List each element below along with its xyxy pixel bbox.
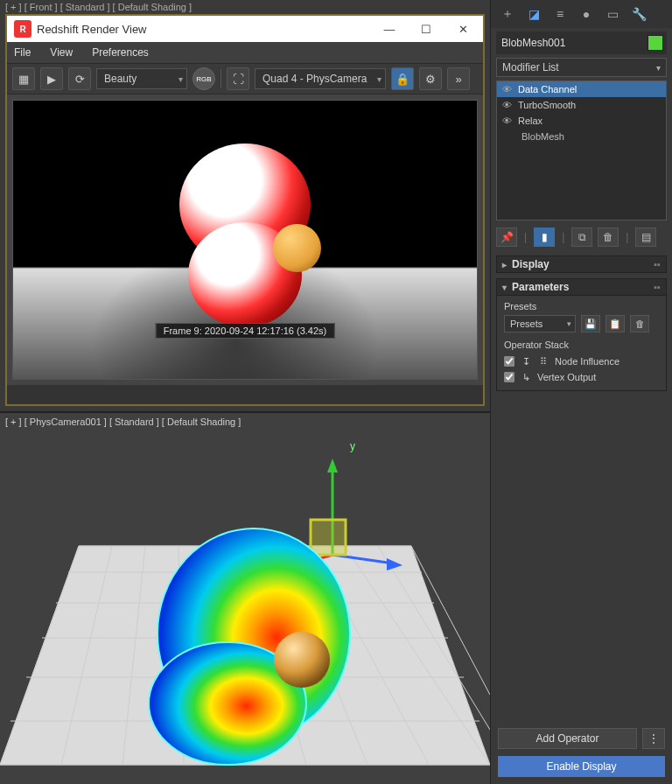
- operator-item-vertex-output[interactable]: ↳ Vertex Output: [504, 369, 659, 385]
- operator-options-button[interactable]: ⋮: [642, 728, 665, 749]
- operator-node-icon: ⠿: [537, 356, 550, 368]
- modifier-label: TurboSmooth: [518, 100, 576, 110]
- object-name-row: BlobMesh001: [496, 32, 667, 54]
- hierarchy-tab-icon[interactable]: ≡: [550, 4, 570, 24]
- modifier-stack-tools: 📌 | ▮ | ⧉ 🗑 | ▤: [496, 228, 667, 247]
- modifier-item-turbosmooth[interactable]: 👁 TurboSmooth: [497, 97, 666, 113]
- viewport-canvas: y: [0, 413, 490, 784]
- operator-input-icon: ↧: [520, 356, 532, 368]
- preset-copy-button[interactable]: 📋: [606, 315, 625, 332]
- render-menubar: File View Preferences: [7, 42, 483, 63]
- operator-enable-checkbox[interactable]: [504, 356, 514, 367]
- preset-save-button[interactable]: 💾: [581, 315, 600, 332]
- render-output-view[interactable]: Frame 9: 2020-09-24 12:17:16 (3.42s): [12, 100, 478, 380]
- create-tab-icon[interactable]: ＋: [498, 4, 517, 24]
- operator-output-icon: ↳: [520, 372, 532, 383]
- visibility-toggle-icon[interactable]: 👁: [500, 116, 513, 126]
- rollout-display-header[interactable]: Display ▪▪: [496, 256, 667, 273]
- command-panel: ＋ ◪ ≡ ● ▭ 🔧 BlobMesh001 Modifier List 👁 …: [490, 0, 672, 784]
- base-object-blobmesh[interactable]: BlobMesh: [497, 129, 666, 144]
- modifier-item-relax[interactable]: 👁 Relax: [497, 113, 666, 129]
- window-titlebar: R Redshift Render View — ☐ ✕: [7, 16, 483, 42]
- menu-view[interactable]: View: [50, 46, 73, 59]
- refresh-button[interactable]: ⟳: [68, 67, 91, 90]
- operator-stack-label: Operator Stack: [504, 340, 659, 350]
- operator-label: Vertex Output: [537, 372, 596, 382]
- object-name-field[interactable]: BlobMesh001: [496, 37, 648, 49]
- svg-point-28: [274, 632, 330, 688]
- rollout-parameters-header[interactable]: Parameters ▪▪: [496, 278, 667, 296]
- svg-marker-20: [327, 458, 338, 472]
- pin-stack-button[interactable]: 📌: [496, 228, 517, 247]
- presets-label: Presets: [504, 301, 659, 312]
- rollout-handle-icon[interactable]: ▪▪: [654, 282, 661, 292]
- modifier-list-dropdown[interactable]: Modifier List: [496, 58, 667, 77]
- svg-text:y: y: [350, 440, 355, 452]
- rgb-channel-button[interactable]: RGB: [192, 67, 215, 90]
- make-unique-button[interactable]: ⧉: [571, 228, 592, 247]
- visibility-toggle-icon[interactable]: 👁: [500, 84, 513, 94]
- minimize-button[interactable]: —: [371, 17, 408, 41]
- svg-rect-25: [311, 520, 346, 555]
- command-panel-tabs: ＋ ◪ ≡ ● ▭ 🔧: [491, 0, 672, 28]
- rollout-parameters-body: Presets Presets 💾 📋 🗑 Operator Stack ↧ ⠿…: [496, 296, 667, 391]
- menu-file[interactable]: File: [14, 46, 31, 59]
- render-pass-select[interactable]: Beauty: [96, 68, 187, 89]
- redshift-logo-icon: R: [14, 20, 32, 38]
- viewport-label-bottom[interactable]: [ + ] [ PhysCamera001 ] [ Standard ] [ D…: [5, 416, 241, 427]
- more-button[interactable]: »: [447, 67, 470, 90]
- remove-modifier-button[interactable]: 🗑: [598, 228, 619, 247]
- motion-tab-icon[interactable]: ●: [577, 4, 596, 24]
- configure-sets-button[interactable]: ▤: [635, 228, 656, 247]
- operator-label: Node Influence: [555, 356, 620, 367]
- add-operator-button[interactable]: Add Operator: [498, 728, 637, 749]
- settings-button[interactable]: ⚙: [419, 67, 442, 90]
- render-toolbar: ▦ ▶ ⟳ Beauty RGB ⛶ Quad 4 - PhysCamera 🔒…: [7, 63, 483, 94]
- maximize-button[interactable]: ☐: [408, 17, 444, 41]
- presets-select[interactable]: Presets: [504, 315, 576, 332]
- operator-enable-checkbox[interactable]: [504, 372, 514, 382]
- rollout-title: Display: [512, 258, 550, 270]
- redshift-render-window: R Redshift Render View — ☐ ✕ File View P…: [5, 14, 485, 406]
- rollout-title: Parameters: [512, 281, 569, 293]
- viewport-label-top[interactable]: [ + ] [ Front ] [ Standard ] [ Default S…: [0, 0, 490, 14]
- modifier-label: BlobMesh: [522, 131, 564, 142]
- utilities-tab-icon[interactable]: 🔧: [629, 4, 648, 24]
- modify-tab-icon[interactable]: ◪: [524, 4, 543, 24]
- slate-button[interactable]: ▦: [12, 67, 35, 90]
- menu-preferences[interactable]: Preferences: [92, 46, 149, 59]
- preset-delete-button[interactable]: 🗑: [630, 315, 649, 332]
- lock-button[interactable]: 🔒: [391, 67, 414, 90]
- modifier-label: Relax: [518, 116, 542, 126]
- object-color-swatch[interactable]: [648, 35, 663, 51]
- perspective-viewport[interactable]: [ + ] [ PhysCamera001 ] [ Standard ] [ D…: [0, 411, 490, 784]
- enable-display-button[interactable]: Enable Display: [498, 756, 665, 777]
- modifier-label: Data Channel: [518, 84, 577, 94]
- modifier-stack[interactable]: 👁 Data Channel 👁 TurboSmooth 👁 Relax Blo…: [496, 80, 667, 220]
- crop-button[interactable]: ⛶: [227, 67, 249, 90]
- toolbar-separator: [220, 69, 221, 88]
- camera-select[interactable]: Quad 4 - PhysCamera: [255, 68, 386, 89]
- render-status-text: Frame 9: 2020-09-24 12:17:16 (3.42s): [156, 323, 335, 339]
- window-title: Redshift Render View: [37, 23, 371, 36]
- play-button[interactable]: ▶: [40, 67, 63, 90]
- modifier-item-data-channel[interactable]: 👁 Data Channel: [497, 81, 666, 97]
- render-bottom-strip: [7, 385, 483, 404]
- close-button[interactable]: ✕: [444, 17, 481, 41]
- visibility-toggle-icon[interactable]: 👁: [500, 100, 513, 110]
- show-end-result-button[interactable]: ▮: [534, 228, 555, 247]
- rollout-handle-icon[interactable]: ▪▪: [654, 259, 661, 270]
- rendered-blob-mesh: [162, 144, 328, 318]
- operator-item-node-influence[interactable]: ↧ ⠿ Node Influence: [504, 354, 659, 369]
- display-tab-icon[interactable]: ▭: [603, 4, 622, 24]
